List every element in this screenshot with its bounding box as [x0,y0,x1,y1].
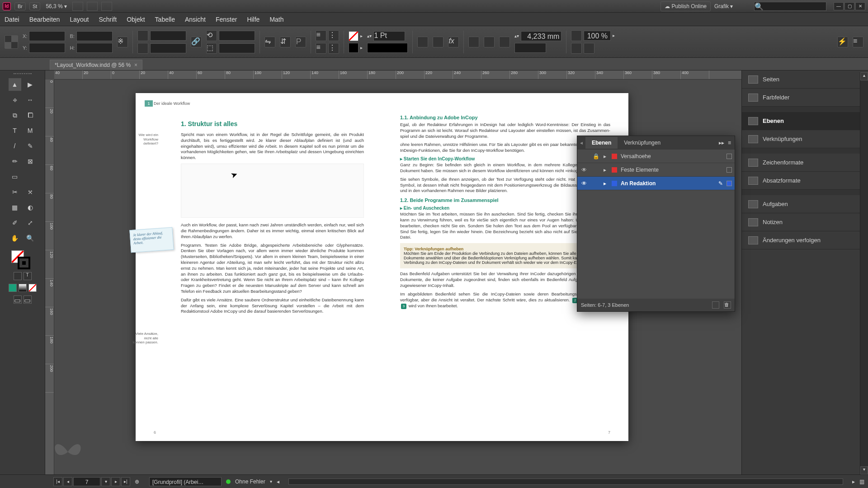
panel-notizen[interactable]: Notizen [742,213,868,231]
scroll-down-icon[interactable]: ▾ [860,466,868,474]
line-tool[interactable]: / [8,139,22,153]
blend-icon[interactable] [571,43,582,54]
scroll-up-icon[interactable]: ▴ [860,72,868,80]
view-options-icon[interactable] [72,2,83,11]
menu-datei[interactable]: Datei [5,16,19,23]
reference-point-icon[interactable] [5,35,18,49]
zoom-level-dropdown[interactable]: 56,3 % ▾ [44,2,69,10]
rectangle-tool[interactable]: ▭ [8,170,22,183]
scroll-right-button[interactable]: ▸ [852,479,855,485]
panel-menu-icon[interactable]: ≡ [728,140,731,146]
opacity-field[interactable]: 100 % [584,31,611,41]
screen-mode-icon[interactable] [87,2,98,11]
frame-fitting-icon[interactable] [433,37,443,47]
disclosure-icon[interactable]: ▸ [604,167,608,173]
stock-button[interactable]: St [29,2,40,10]
scale-x-field[interactable] [150,31,186,41]
stroke-weight-field[interactable]: 1 Pt [373,31,405,41]
publish-online-button[interactable]: ☁ Publish Online [660,1,711,11]
vertical-scrollbar[interactable]: ▴ ▾ [860,72,868,474]
split-view-icon[interactable]: ▥ [859,479,864,485]
close-button[interactable]: ✕ [855,2,865,10]
horizontal-scrollbar[interactable] [288,479,843,485]
eyedropper-tool[interactable]: ⤢ [24,216,37,230]
panel-verknuepfungen[interactable]: Verknüpfungen [742,130,868,148]
pencil-tool[interactable]: ✏ [8,155,22,168]
bridge-button[interactable]: Br [14,2,26,10]
menu-bearbeiten[interactable]: Bearbeiten [29,16,60,23]
preflight-profile-dropdown[interactable]: [Grundprofil] (Arbei… [149,477,222,486]
layers-tab[interactable]: Ebenen [585,137,618,149]
first-page-button[interactable]: |◂ [53,477,62,486]
panel-menu-icon[interactable]: ≡ [853,37,863,47]
layer-name[interactable]: Feste Elemente [621,167,723,173]
stroke-style-dropdown[interactable] [367,43,408,53]
panel-aufgaben[interactable]: Aufgaben [742,195,868,213]
distribute-icon[interactable]: ⋮ [328,30,339,41]
flip-v-icon[interactable]: ⇵ [280,37,291,47]
menu-ansicht[interactable]: Ansicht [185,16,206,23]
fill-stroke-color-well[interactable] [11,250,34,268]
y-field[interactable] [29,43,65,53]
menu-objekt[interactable]: Objekt [127,16,145,23]
lock-toggle[interactable]: 🔒 [592,153,600,160]
format-container-icon[interactable] [14,272,22,280]
panel-collapse-icon[interactable]: ◂ [577,140,585,146]
panel-farbfelder[interactable]: Farbfelder [742,89,868,107]
selection-indicator[interactable] [726,181,732,186]
flip-h-icon[interactable]: ⇋ [264,37,275,47]
panel-aenderungen[interactable]: Änderungen verfolgen [742,231,868,249]
links-tab[interactable]: Verknüpfungen [618,137,667,149]
next-page-button[interactable]: ▸ [111,477,120,486]
corner-radius-field[interactable]: 4,233 mm [521,31,561,41]
page-dropdown-button[interactable]: ▾ [101,477,110,486]
apply-none-icon[interactable] [28,284,37,292]
workspace-dropdown[interactable]: Grafik ▾ [714,3,750,9]
apply-gradient-icon[interactable] [19,284,27,292]
direct-selection-tool[interactable]: ▶ [24,78,37,91]
selection-tool[interactable]: ▲ [8,78,22,91]
h-field[interactable] [76,43,113,53]
hand-tool[interactable]: ✋ [8,231,22,245]
new-layer-icon[interactable] [712,301,719,309]
layer-row-an-redaktion[interactable]: 👁 ▸ An Redaktion ✎ [577,177,735,190]
selection-indicator[interactable] [726,154,732,159]
content-collector-tool[interactable]: ⧉ [8,108,22,122]
document-tab[interactable]: *Layout_Workflow.indd @ 56 % × [50,60,142,70]
gradient-swatch-tool[interactable]: ▦ [8,201,22,214]
x-field[interactable] [29,31,65,41]
type-on-path-tool[interactable]: M [24,124,37,137]
preview-mode-icon[interactable]: ▭ [24,296,32,304]
format-text-icon[interactable]: T [24,272,32,280]
auto-fit-icon[interactable] [417,37,428,47]
vertical-ruler[interactable]: 020406080100120140160180200 [45,80,54,474]
align-icon[interactable]: ≡ [316,30,326,41]
rotate-field[interactable] [219,31,255,41]
stroke-color-icon[interactable] [18,257,30,269]
panel-seiten[interactable]: Seiten [742,70,868,89]
close-tab-icon[interactable]: × [134,62,137,68]
visibility-toggle[interactable]: 👁 [580,167,588,173]
knockout-icon[interactable] [584,43,594,54]
visibility-toggle[interactable]: 👁 [580,180,588,187]
layer-row-feste-elemente[interactable]: 👁 ▸ Feste Elemente [577,163,735,177]
disclosure-icon[interactable]: ▸ [604,153,608,160]
current-page-field[interactable]: 7 [73,477,100,486]
menu-layout[interactable]: Layout [70,16,89,23]
gap-tool[interactable]: ↔ [24,93,37,107]
note-tool[interactable]: ✐ [8,216,22,230]
menu-hilfe[interactable]: Hilfe [247,16,259,23]
text-wrap-2-icon[interactable] [484,37,495,47]
free-transform-tool[interactable]: ⤧ [24,185,37,199]
ellipse-tool[interactable] [24,170,37,183]
pen-tool[interactable]: ✎ [24,139,37,153]
menu-tabelle[interactable]: Tabelle [155,16,175,23]
normal-mode-icon[interactable]: ▭ [14,296,22,304]
last-page-button[interactable]: ▸| [121,477,130,486]
arrange-documents-icon[interactable] [101,2,112,11]
layer-row-versalhoehe[interactable]: 🔒 ▸ Versalhoehe [577,150,735,163]
layers-panel-header[interactable]: ◂ Ebenen Verknüpfungen ▸▸ ≡ [577,136,735,150]
menu-fenster[interactable]: Fenster [216,16,237,23]
panel-ebenen[interactable]: Ebenen [742,112,868,130]
stroke-swatch[interactable] [349,43,359,53]
